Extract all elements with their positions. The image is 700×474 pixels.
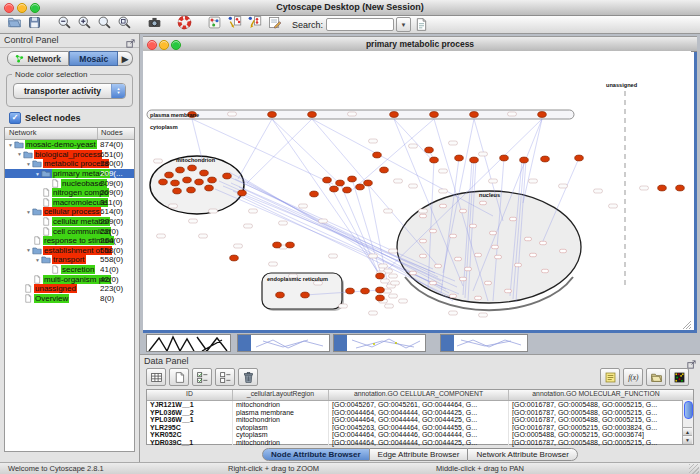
tree-item-unassigned[interactable]: unassigned223(0) (5, 284, 134, 294)
tab-edge-attribute-browser[interactable]: Edge Attribute Browser (370, 448, 468, 461)
search-options-icon[interactable] (411, 17, 431, 33)
attribute-table-header[interactable]: ID_cellularLayoutRegionannotation.GO CEL… (147, 390, 693, 401)
window-resize-grip[interactable] (683, 321, 691, 329)
annotation-form-icon[interactable] (264, 15, 284, 31)
graph-node[interactable] (346, 288, 355, 294)
tree-item-primary-metabo[interactable]: ▼primary metabo209(... (5, 169, 134, 179)
graph-node[interactable] (205, 185, 214, 191)
graph-node[interactable] (200, 170, 209, 176)
tree-item-establishment-of-lo[interactable]: ▼establishment of lo558(0) (5, 246, 134, 256)
disclosure-triangle-icon[interactable]: ▼ (34, 257, 41, 263)
zoom-in-icon[interactable] (74, 15, 94, 31)
tree-item-overview[interactable]: Overview8(0) (5, 294, 134, 304)
tab-network-attribute-browser[interactable]: Network Attribute Browser (467, 448, 577, 461)
window-resize-grip[interactable] (689, 464, 699, 474)
formula-builder-icon[interactable]: f(x) (623, 368, 643, 386)
open-icon[interactable] (4, 15, 24, 31)
graph-node[interactable] (276, 292, 285, 298)
disclosure-triangle-icon[interactable]: ▼ (7, 142, 14, 148)
graph-node[interactable] (676, 185, 685, 191)
graph-node[interactable] (343, 187, 352, 193)
graph-node[interactable] (470, 157, 479, 163)
graph-node[interactable] (273, 242, 282, 248)
new-attribute-icon[interactable] (169, 368, 189, 386)
tree-item-macromolecule[interactable]: macromolecule311(0) (5, 198, 134, 208)
unselect-all-attributes-icon[interactable] (215, 368, 235, 386)
float-panel-icon[interactable] (686, 356, 697, 367)
vizmapper-icon[interactable] (204, 15, 224, 31)
zoom-selected-icon[interactable] (94, 15, 114, 31)
graph-node[interactable] (173, 188, 182, 194)
scroll-down-icon[interactable]: ▼ (683, 435, 692, 444)
graph-node[interactable] (187, 187, 196, 193)
node-color-combobox[interactable]: transporter activity ▲▼ (13, 83, 126, 99)
select-nodes-checkbox[interactable]: ✓ Select nodes (9, 112, 81, 124)
delete-attribute-icon[interactable] (238, 368, 258, 386)
graph-node[interactable] (376, 287, 385, 293)
graph-node[interactable] (310, 191, 319, 197)
graph-node[interactable] (430, 157, 439, 163)
network-tree-header[interactable]: Network Nodes (5, 128, 134, 140)
table-scrollbar[interactable]: ▲ ▼ (682, 400, 693, 444)
graph-node[interactable] (195, 179, 204, 185)
graph-node[interactable] (159, 179, 168, 185)
tree-item-response-to-stimulu[interactable]: response to stimulu264(0) (5, 236, 134, 246)
tree-item-nucleobase[interactable]: nucleobase-209(0) (5, 178, 134, 188)
graph-node[interactable] (308, 112, 317, 118)
graph-node[interactable] (455, 155, 464, 161)
column-header-2[interactable]: annotation.GO CELLULAR_COMPONENT (329, 390, 509, 400)
minimized-window-thumbnail[interactable] (440, 334, 528, 352)
import-attributes-icon[interactable] (646, 368, 666, 386)
graph-node[interactable] (361, 288, 370, 294)
tree-item-biological-process[interactable]: ▼biological_process651(0) (5, 150, 134, 160)
graph-node[interactable] (223, 173, 232, 179)
table-row[interactable]: YPL036W__1mitochondrion[GO:0044464, GO:0… (147, 416, 693, 424)
graph-node[interactable] (376, 295, 385, 301)
graph-node[interactable] (425, 147, 434, 153)
tab-network[interactable]: Network (7, 51, 69, 66)
minimized-window-thumbnail[interactable] (237, 334, 330, 352)
plugin-export-icon[interactable] (244, 15, 264, 31)
graph-node[interactable] (165, 172, 174, 178)
graph-node[interactable] (286, 242, 295, 248)
tree-item-cellular-process[interactable]: ▼cellular process614(0) (5, 207, 134, 217)
tab-arrow[interactable]: ▶ (118, 51, 133, 66)
search-input[interactable] (326, 18, 394, 31)
matrix-icon[interactable] (669, 368, 689, 386)
tree-item-nitrogen-compo[interactable]: nitrogen compo209(0) (5, 188, 134, 198)
zoom-out-icon[interactable] (54, 15, 74, 31)
network-window-titlebar[interactable]: primary metabolic process (143, 36, 697, 52)
tree-item-mosaic-demo-yeast[interactable]: ▼mosaic-demo-yeast874(0) (5, 140, 134, 150)
attribute-grid-icon[interactable] (146, 368, 166, 386)
plugin-import-icon[interactable] (224, 15, 244, 31)
save-icon[interactable] (24, 15, 44, 31)
network-view-window[interactable]: primary metabolic process plasma membran… (143, 36, 697, 333)
network-canvas[interactable]: plasma membranecytoplasmmitochondrionnuc… (143, 51, 691, 330)
tree-column-divider[interactable] (97, 128, 98, 139)
tree-item-secretion[interactable]: secretion41(0) (5, 265, 134, 275)
graph-node[interactable] (520, 157, 529, 163)
graph-node[interactable] (538, 112, 547, 118)
graph-node[interactable] (238, 190, 247, 196)
graph-node[interactable] (230, 255, 239, 261)
disclosure-triangle-icon[interactable]: ▼ (25, 247, 32, 253)
nucleus-region[interactable] (397, 191, 581, 303)
graph-node[interactable] (658, 185, 667, 191)
snapshot-camera-icon[interactable] (144, 15, 164, 31)
graph-node[interactable] (330, 186, 339, 192)
minimized-window-thumbnail[interactable] (146, 334, 231, 352)
zoom-fit-icon[interactable] (114, 15, 134, 31)
tab-mosaic[interactable]: Mosaic (69, 51, 118, 66)
graph-node[interactable] (376, 273, 385, 279)
column-header-1[interactable]: _cellularLayoutRegion (233, 390, 329, 400)
graph-node[interactable] (208, 177, 217, 183)
graph-node[interactable] (176, 167, 185, 173)
graph-node[interactable] (470, 112, 479, 118)
graph-node[interactable] (301, 292, 310, 298)
graph-node[interactable] (183, 177, 192, 183)
scrollbar-thumb[interactable] (684, 401, 693, 419)
graph-node[interactable] (373, 152, 382, 158)
minimized-window-thumbnail[interactable] (333, 334, 426, 352)
tree-item-cellular-metabol[interactable]: cellular metabol209(0) (5, 217, 134, 227)
table-row[interactable]: YKR052Ccytoplasm[GO:0044464, GO:0044446,… (147, 431, 693, 439)
